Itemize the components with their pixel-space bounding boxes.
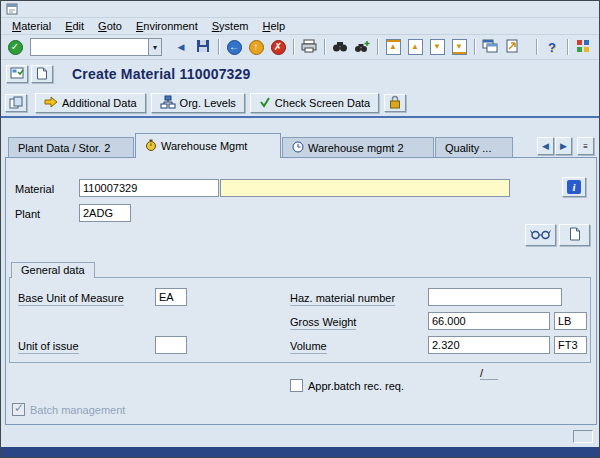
menu-bar: Material Edit Goto Environment System He… — [1, 18, 599, 35]
cancel-button[interactable]: ✗ — [267, 37, 289, 57]
tab-strip: Plant Data / Stor. 2 Warehouse Mgmt Ware… — [1, 133, 599, 158]
exit-button[interactable]: ↑ — [245, 37, 267, 57]
toolbar-separator — [377, 39, 378, 55]
org-levels-button[interactable]: Org. Levels — [151, 93, 245, 113]
haz-material-input[interactable] — [428, 288, 562, 306]
first-page-icon: ▲ — [386, 39, 401, 55]
help-button[interactable]: ? — [541, 37, 563, 57]
additional-data-label: Additional Data — [62, 97, 137, 109]
print-button[interactable] — [298, 37, 320, 57]
menu-system[interactable]: System — [205, 19, 256, 33]
save-icon — [196, 39, 210, 55]
back-button[interactable]: ← — [223, 37, 245, 57]
status-bar — [1, 426, 599, 447]
save-button[interactable] — [192, 37, 214, 57]
plant-input[interactable] — [79, 204, 131, 222]
window-icon — [6, 2, 18, 17]
collapse-command-button[interactable]: ◀ — [170, 37, 192, 57]
display-views-button[interactable] — [525, 224, 556, 246]
toolbar-separator — [567, 39, 568, 55]
check-screen-data-label: Check Screen Data — [275, 97, 370, 109]
glasses-icon — [530, 228, 551, 242]
tab-label: Plant Data / Stor. 2 — [18, 142, 110, 154]
accent-divider — [1, 116, 599, 118]
blank-page-icon — [569, 227, 581, 243]
shortcut-icon — [505, 39, 519, 55]
menu-edit[interactable]: Edit — [58, 19, 91, 33]
scroll-left-icon: ◀ — [542, 141, 549, 151]
new-session-button[interactable] — [479, 37, 501, 57]
lock-button[interactable] — [384, 94, 406, 112]
find-button[interactable] — [329, 37, 351, 57]
tab-content-panel: Material i Plant General data Base Unit … — [5, 157, 597, 425]
menu-material[interactable]: Material — [5, 19, 58, 33]
warehouse-mgmt2-icon — [292, 141, 304, 155]
gross-weight-input[interactable] — [428, 312, 550, 330]
customize-layout-button[interactable] — [572, 37, 594, 57]
scroll-right-icon: ▶ — [560, 141, 567, 151]
find-next-button[interactable] — [351, 37, 373, 57]
screen-title: Create Material 110007329 — [72, 66, 251, 82]
appr-batch-checkbox[interactable] — [290, 379, 303, 392]
menu-help[interactable]: Help — [255, 19, 292, 33]
tab-quality[interactable]: Quality ... — [435, 137, 513, 158]
standard-toolbar: ✓ ▾ ◀ ← ↑ ✗ ▲ ▲ ▼ ▼ ? — [1, 35, 599, 60]
title-row: Create Material 110007329 — [1, 60, 599, 88]
create-view-button[interactable] — [559, 224, 590, 246]
volume-input[interactable] — [428, 336, 550, 354]
form-check-button[interactable] — [6, 65, 28, 83]
lock-icon — [388, 94, 402, 112]
tab-overview-button[interactable]: ≡ — [577, 137, 594, 155]
toolbar-separator — [324, 39, 325, 55]
tab-scroll-left-button[interactable]: ◀ — [537, 137, 554, 155]
menu-environment[interactable]: Environment — [129, 19, 205, 33]
tab-warehouse-mgmt[interactable]: Warehouse Mgmt — [135, 133, 281, 158]
back-icon: ← — [227, 40, 242, 55]
titlebar — [1, 1, 599, 18]
toolbar-separator — [536, 39, 537, 55]
toolbar-separator — [293, 39, 294, 55]
command-field: ▾ — [30, 38, 162, 56]
previous-page-button[interactable]: ▲ — [404, 37, 426, 57]
sap-window: Material Edit Goto Environment System He… — [0, 0, 600, 458]
first-page-button[interactable]: ▲ — [382, 37, 404, 57]
tab-scroll-right-button[interactable]: ▶ — [555, 137, 572, 155]
copy-icon — [9, 96, 23, 111]
form-check-icon — [10, 67, 24, 81]
bottom-strip — [1, 447, 599, 457]
unit-of-issue-input[interactable] — [155, 336, 187, 354]
menu-goto[interactable]: Goto — [91, 19, 129, 33]
enter-button[interactable]: ✓ — [4, 37, 26, 57]
base-unit-input[interactable] — [155, 288, 187, 306]
enter-icon: ✓ — [8, 40, 23, 55]
last-page-button[interactable]: ▼ — [448, 37, 470, 57]
appr-batch-label: Appr.batch rec. req. — [308, 380, 404, 392]
tab-plant-data-stor-2[interactable]: Plant Data / Stor. 2 — [8, 137, 134, 158]
batch-management-label: Batch management — [30, 404, 125, 416]
gross-weight-unit-input[interactable] — [554, 312, 587, 330]
create-shortcut-button[interactable] — [501, 37, 523, 57]
volume-label: Volume — [290, 340, 327, 354]
next-page-button[interactable]: ▼ — [426, 37, 448, 57]
new-session-icon — [482, 39, 498, 55]
volume-unit-input[interactable] — [554, 336, 587, 354]
check-screen-data-button[interactable]: Check Screen Data — [250, 93, 379, 113]
tab-warehouse-mgmt-2[interactable]: Warehouse mgmt 2 — [282, 137, 434, 158]
help-icon: ? — [548, 40, 556, 55]
collapse-icon: ◀ — [178, 42, 185, 52]
next-page-icon: ▼ — [430, 39, 445, 55]
material-description-input[interactable] — [220, 179, 510, 197]
command-input[interactable] — [31, 39, 148, 55]
batch-management-checkbox[interactable]: ✓ — [12, 403, 25, 416]
command-history-icon[interactable]: ▾ — [148, 39, 161, 55]
page-button[interactable] — [31, 65, 53, 83]
info-button[interactable]: i — [562, 177, 586, 197]
copy-from-button[interactable] — [5, 94, 27, 112]
haz-material-label: Haz. material number — [290, 292, 395, 306]
material-input[interactable] — [79, 179, 219, 197]
page-icon — [36, 67, 48, 82]
base-unit-label: Base Unit of Measure — [18, 292, 124, 306]
printer-icon — [301, 39, 317, 55]
additional-data-button[interactable]: Additional Data — [35, 93, 146, 113]
unit-of-issue-label: Unit of issue — [18, 340, 79, 354]
